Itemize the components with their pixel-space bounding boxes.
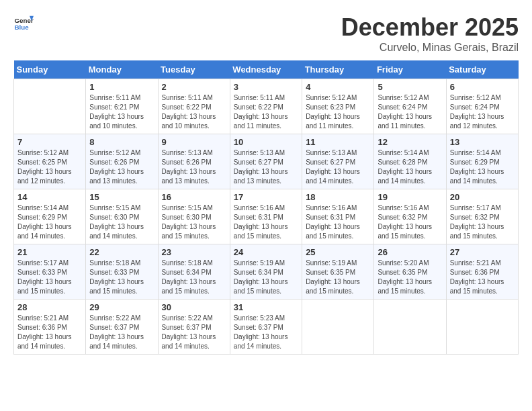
weekday-header-monday: Monday [86,60,158,79]
day-info: Sunrise: 5:17 AMSunset: 6:33 PMDaylight:… [17,259,82,296]
day-number: 10 [234,137,298,147]
calendar-cell [374,300,446,355]
day-number: 31 [234,302,298,312]
day-number: 26 [378,247,442,257]
calendar-cell: 24Sunrise: 5:19 AMSunset: 6:34 PMDayligh… [230,244,302,300]
day-number: 24 [234,247,298,257]
day-number: 21 [17,247,82,257]
day-info: Sunrise: 5:13 AMSunset: 6:27 PMDaylight:… [306,148,370,186]
day-info: Sunrise: 5:19 AMSunset: 6:34 PMDaylight:… [234,259,298,296]
calendar-cell: 25Sunrise: 5:19 AMSunset: 6:35 PMDayligh… [302,244,374,300]
week-row-1: 1Sunrise: 5:11 AMSunset: 6:21 PMDaylight… [14,79,519,134]
day-number: 6 [450,82,515,92]
week-row-3: 14Sunrise: 5:14 AMSunset: 6:29 PMDayligh… [14,189,519,244]
day-info: Sunrise: 5:19 AMSunset: 6:35 PMDaylight:… [306,259,370,296]
calendar-cell [302,300,374,355]
logo: General Blue [13,13,34,34]
day-number: 11 [306,137,370,147]
day-number: 5 [378,82,442,92]
calendar-cell: 20Sunrise: 5:17 AMSunset: 6:32 PMDayligh… [446,189,518,244]
day-info: Sunrise: 5:14 AMSunset: 6:29 PMDaylight:… [17,203,82,241]
calendar-cell: 3Sunrise: 5:11 AMSunset: 6:22 PMDaylight… [230,79,302,134]
weekday-header-wednesday: Wednesday [230,60,302,79]
day-info: Sunrise: 5:11 AMSunset: 6:22 PMDaylight:… [234,93,298,131]
day-number: 29 [89,302,154,312]
day-number: 1 [89,82,154,92]
day-info: Sunrise: 5:13 AMSunset: 6:26 PMDaylight:… [162,148,226,186]
day-info: Sunrise: 5:16 AMSunset: 6:32 PMDaylight:… [378,203,442,241]
day-info: Sunrise: 5:18 AMSunset: 6:34 PMDaylight:… [162,259,226,296]
calendar-cell: 9Sunrise: 5:13 AMSunset: 6:26 PMDaylight… [158,134,230,189]
day-number: 8 [89,137,154,147]
calendar-cell: 2Sunrise: 5:11 AMSunset: 6:22 PMDaylight… [158,79,230,134]
day-info: Sunrise: 5:15 AMSunset: 6:30 PMDaylight:… [89,203,154,241]
calendar-cell: 5Sunrise: 5:12 AMSunset: 6:24 PMDaylight… [374,79,446,134]
day-number: 23 [162,247,226,257]
day-number: 3 [234,82,298,92]
calendar-cell: 15Sunrise: 5:15 AMSunset: 6:30 PMDayligh… [86,189,158,244]
day-info: Sunrise: 5:22 AMSunset: 6:37 PMDaylight:… [89,314,154,351]
day-info: Sunrise: 5:12 AMSunset: 6:24 PMDaylight:… [450,93,515,131]
calendar-cell: 1Sunrise: 5:11 AMSunset: 6:21 PMDaylight… [86,79,158,134]
day-number: 14 [17,192,82,202]
day-info: Sunrise: 5:21 AMSunset: 6:36 PMDaylight:… [450,259,515,296]
day-info: Sunrise: 5:16 AMSunset: 6:31 PMDaylight:… [306,203,370,241]
calendar-cell: 23Sunrise: 5:18 AMSunset: 6:34 PMDayligh… [158,244,230,300]
day-info: Sunrise: 5:12 AMSunset: 6:25 PMDaylight:… [17,148,82,186]
day-info: Sunrise: 5:12 AMSunset: 6:24 PMDaylight:… [378,93,442,131]
day-number: 28 [17,302,82,312]
title-area: December 2025 Curvelo, Minas Gerais, Bra… [341,13,519,54]
logo-icon: General Blue [13,13,34,34]
day-number: 12 [378,137,442,147]
calendar-cell: 22Sunrise: 5:18 AMSunset: 6:33 PMDayligh… [86,244,158,300]
calendar-cell: 17Sunrise: 5:16 AMSunset: 6:31 PMDayligh… [230,189,302,244]
day-info: Sunrise: 5:16 AMSunset: 6:31 PMDaylight:… [234,203,298,241]
week-row-4: 21Sunrise: 5:17 AMSunset: 6:33 PMDayligh… [14,244,519,300]
day-number: 7 [17,137,82,147]
day-number: 13 [450,137,515,147]
day-number: 15 [89,192,154,202]
day-info: Sunrise: 5:11 AMSunset: 6:22 PMDaylight:… [162,93,226,131]
weekday-header-row: SundayMondayTuesdayWednesdayThursdayFrid… [14,60,519,79]
day-info: Sunrise: 5:12 AMSunset: 6:23 PMDaylight:… [306,93,370,131]
day-number: 25 [306,247,370,257]
day-number: 19 [378,192,442,202]
day-info: Sunrise: 5:18 AMSunset: 6:33 PMDaylight:… [89,259,154,296]
calendar-cell: 30Sunrise: 5:22 AMSunset: 6:37 PMDayligh… [158,300,230,355]
week-row-5: 28Sunrise: 5:21 AMSunset: 6:36 PMDayligh… [14,300,519,355]
location: Curvelo, Minas Gerais, Brazil [341,42,519,54]
day-info: Sunrise: 5:14 AMSunset: 6:29 PMDaylight:… [450,148,515,186]
day-number: 27 [450,247,515,257]
day-info: Sunrise: 5:21 AMSunset: 6:36 PMDaylight:… [17,314,82,351]
svg-text:Blue: Blue [15,24,30,31]
weekday-header-sunday: Sunday [14,60,86,79]
week-row-2: 7Sunrise: 5:12 AMSunset: 6:25 PMDaylight… [14,134,519,189]
calendar-cell: 7Sunrise: 5:12 AMSunset: 6:25 PMDaylight… [14,134,86,189]
calendar-cell: 26Sunrise: 5:20 AMSunset: 6:35 PMDayligh… [374,244,446,300]
calendar-cell: 14Sunrise: 5:14 AMSunset: 6:29 PMDayligh… [14,189,86,244]
weekday-header-saturday: Saturday [446,60,518,79]
calendar-cell: 16Sunrise: 5:15 AMSunset: 6:30 PMDayligh… [158,189,230,244]
calendar-cell: 11Sunrise: 5:13 AMSunset: 6:27 PMDayligh… [302,134,374,189]
day-info: Sunrise: 5:23 AMSunset: 6:37 PMDaylight:… [234,314,298,351]
month-year: December 2025 [341,13,519,42]
calendar-cell: 27Sunrise: 5:21 AMSunset: 6:36 PMDayligh… [446,244,518,300]
calendar-cell [14,79,86,134]
day-info: Sunrise: 5:14 AMSunset: 6:28 PMDaylight:… [378,148,442,186]
day-info: Sunrise: 5:22 AMSunset: 6:37 PMDaylight:… [162,314,226,351]
day-number: 16 [162,192,226,202]
day-number: 22 [89,247,154,257]
header: General Blue December 2025 Curvelo, Mina… [13,13,519,54]
calendar-cell: 28Sunrise: 5:21 AMSunset: 6:36 PMDayligh… [14,300,86,355]
calendar-cell: 13Sunrise: 5:14 AMSunset: 6:29 PMDayligh… [446,134,518,189]
day-info: Sunrise: 5:12 AMSunset: 6:26 PMDaylight:… [89,148,154,186]
calendar-cell: 10Sunrise: 5:13 AMSunset: 6:27 PMDayligh… [230,134,302,189]
weekday-header-thursday: Thursday [302,60,374,79]
weekday-header-friday: Friday [374,60,446,79]
calendar-cell: 31Sunrise: 5:23 AMSunset: 6:37 PMDayligh… [230,300,302,355]
day-number: 2 [162,82,226,92]
day-number: 30 [162,302,226,312]
calendar-cell: 21Sunrise: 5:17 AMSunset: 6:33 PMDayligh… [14,244,86,300]
day-info: Sunrise: 5:20 AMSunset: 6:35 PMDaylight:… [378,259,442,296]
day-number: 9 [162,137,226,147]
